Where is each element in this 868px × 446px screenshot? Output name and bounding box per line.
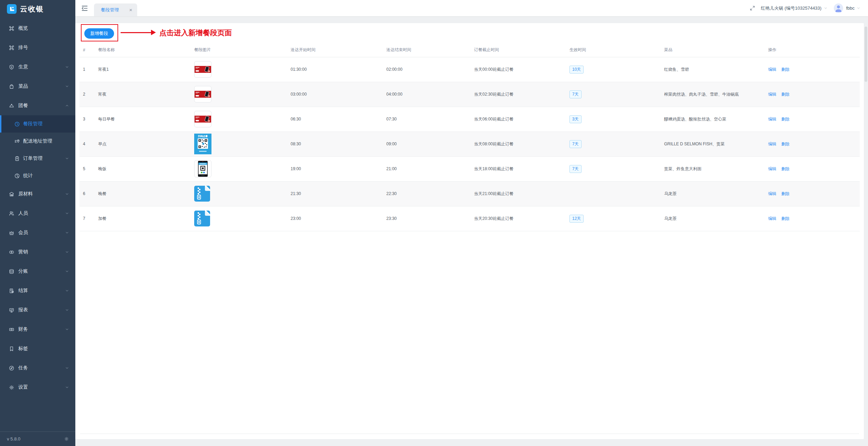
meal-image-qr-poster: 扫码点餐 — [194, 134, 287, 154]
table-row: 1宵夜1 01:30:0002:00:00当天00:00前截止订餐10天红烧鱼、… — [79, 57, 860, 82]
order-deadline: 当天00:00前截止订餐 — [471, 57, 566, 82]
sidebar-item-order-management[interactable]: 订单管理 — [0, 150, 75, 167]
effective-time-cell: 7天 — [566, 156, 661, 181]
sidebar-item-meal-period-management[interactable]: 餐段管理 — [0, 115, 75, 133]
delete-link[interactable]: 删除 — [781, 67, 790, 72]
delete-link[interactable]: 删除 — [781, 142, 790, 146]
actions-cell: 编辑删除 — [765, 107, 860, 132]
sidebar-item-business[interactable]: 生意 — [0, 57, 75, 77]
dishes: 乌龙茶 — [661, 206, 765, 231]
banknote-icon — [9, 327, 15, 332]
sidebar-collapse-icon[interactable] — [81, 4, 88, 12]
meal-image-cell — [191, 156, 287, 181]
sidebar-item-reports[interactable]: 报表 — [0, 300, 75, 320]
tab-meal-period-management[interactable]: 餐段管理 × — [94, 3, 137, 16]
table-body: 1宵夜1 01:30:0002:00:00当天00:00前截止订餐10天红烧鱼、… — [79, 57, 860, 231]
sidebar-item-tags[interactable]: 标签 — [0, 339, 75, 358]
edit-link[interactable]: 编辑 — [768, 166, 776, 171]
actions-cell: 编辑删除 — [765, 206, 860, 231]
table-row: 2宵夜 03:00:0004:00:00当天02:30前截止订餐7天榨菜肉丝汤、… — [79, 82, 860, 107]
sidebar-item-personnel[interactable]: 人员 — [0, 204, 75, 223]
row-index: 6 — [79, 181, 95, 206]
chart-board-icon — [9, 307, 15, 313]
cmd-icon — [9, 45, 15, 51]
vertical-scrollbar[interactable] — [865, 27, 867, 82]
delivery-start-time: 08:30 — [287, 132, 383, 156]
delivery-start-time: 23:00 — [287, 206, 383, 231]
add-meal-period-button[interactable]: 新增餐段 — [84, 28, 114, 39]
dishes: 乌龙茶 — [661, 181, 765, 206]
edit-link[interactable]: 编辑 — [768, 67, 776, 72]
effective-time-cell: 10天 — [566, 57, 661, 82]
delete-link[interactable]: 删除 — [781, 191, 790, 196]
meal-image-cell — [191, 107, 287, 132]
delivery-end-time: 09:00 — [383, 132, 471, 156]
delete-link[interactable]: 删除 — [781, 166, 790, 171]
store-name: 红艳儿火锅 (编号1032574433) — [761, 5, 822, 11]
edit-link[interactable]: 编辑 — [768, 117, 776, 122]
chevron-down-icon — [65, 366, 69, 370]
sidebar-item-label: 设置 — [18, 384, 65, 390]
meal-name: 宵夜 — [95, 82, 191, 107]
sidebar-item-queue-number[interactable]: 排号 — [0, 38, 75, 57]
column-header: # — [79, 43, 95, 57]
meal-name: 每日早餐 — [95, 107, 191, 132]
actions-cell: 编辑删除 — [765, 156, 860, 181]
column-header: 送达结束时间 — [383, 43, 471, 57]
row-index: 5 — [79, 156, 95, 181]
dishes: 红烧鱼、雪碧 — [661, 57, 765, 82]
chevron-down-icon — [65, 385, 69, 389]
column-header: 餐段图片 — [191, 43, 287, 57]
clipboard-icon — [14, 156, 20, 162]
edit-link[interactable]: 编辑 — [768, 216, 776, 221]
people-icon — [9, 211, 15, 216]
sidebar-item-group-meal[interactable]: 团餐 — [0, 96, 75, 115]
delete-link[interactable]: 删除 — [781, 92, 790, 97]
edit-link[interactable]: 编辑 — [768, 142, 776, 146]
sidebar-item-dishes[interactable]: 菜品 — [0, 77, 75, 96]
user-menu[interactable]: fbbc — [846, 6, 860, 11]
gear-icon — [9, 385, 15, 390]
sidebar-item-settings[interactable]: 设置 — [0, 378, 75, 397]
sidebar-item-overview[interactable]: 概览 — [0, 19, 75, 38]
avatar[interactable] — [834, 3, 843, 13]
bookmark-icon — [9, 346, 15, 352]
sidebar-item-tasks[interactable]: 任务 — [0, 358, 75, 378]
sidebar-item-split-accounts[interactable]: 分账 — [0, 262, 75, 281]
sidebar-item-members[interactable]: 会员 — [0, 223, 75, 242]
meal-image-cell — [191, 82, 287, 107]
meal-image-red-banner — [194, 86, 211, 103]
gear-icon[interactable] — [64, 436, 69, 442]
sidebar-item-raw-materials[interactable]: 原材料 — [0, 184, 75, 204]
sidebar-item-marketing[interactable]: 营销 — [0, 242, 75, 262]
delivery-start-time: 01:30:00 — [287, 57, 383, 82]
edit-link[interactable]: 编辑 — [768, 92, 776, 97]
sidebar-item-finance[interactable]: 财务 — [0, 320, 75, 339]
effective-time-cell: 3天 — [566, 107, 661, 132]
sidebar-item-label: 团餐 — [18, 103, 65, 109]
delete-link[interactable]: 删除 — [781, 216, 790, 221]
sidebar-item-statistics[interactable]: 统计 — [0, 167, 75, 184]
sidebar-item-settlement[interactable]: 结算 — [0, 281, 75, 300]
fullscreen-icon[interactable] — [749, 5, 755, 11]
chevron-down-icon — [65, 289, 69, 293]
sidebar-item-label: 菜品 — [18, 83, 65, 89]
app-title: 云收银 — [20, 4, 44, 14]
meal-name: 宵夜1 — [95, 57, 191, 82]
delete-link[interactable]: 删除 — [781, 117, 790, 122]
delivery-end-time: 21:00 — [383, 156, 471, 181]
brand-icon — [7, 4, 17, 14]
delivery-start-time: 03:00:00 — [287, 82, 383, 107]
row-index: 1 — [79, 57, 95, 82]
column-header: 生效时间 — [566, 43, 661, 57]
delivery-start-time: 19:00 — [287, 156, 383, 181]
sidebar-item-label: 概览 — [18, 25, 69, 31]
edit-link[interactable]: 编辑 — [768, 191, 776, 196]
store-picker[interactable]: 红艳儿火锅 (编号1032574433) — [761, 5, 828, 11]
sidebar-item-label: 订单管理 — [23, 155, 65, 162]
annotation-arrowhead — [151, 30, 156, 35]
app-logo: 云收银 — [0, 0, 75, 17]
sidebar-item-delivery-address-management[interactable]: 配送地址管理 — [0, 133, 75, 150]
close-icon[interactable]: × — [129, 7, 132, 13]
bag-icon — [9, 84, 15, 89]
